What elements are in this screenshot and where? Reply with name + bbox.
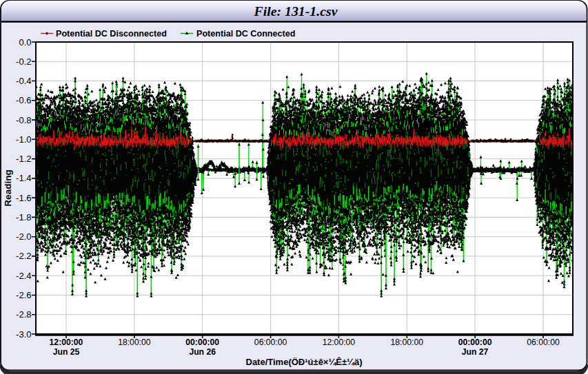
svg-text:Reading: Reading [3,169,13,206]
svg-text:-1.2: -1.2 [16,154,31,164]
svg-text:00:00:00: 00:00:00 [185,337,219,347]
svg-text:Potential DC Connected: Potential DC Connected [196,29,295,39]
svg-text:-1.0: -1.0 [16,134,31,145]
svg-text:06:00:00: 06:00:00 [527,337,560,347]
svg-text:-2.6: -2.6 [16,290,31,300]
svg-text:-1.4: -1.4 [16,173,31,183]
svg-text:Jun 26: Jun 26 [189,347,216,357]
svg-text:-3.0: -3.0 [16,329,31,340]
svg-text:18:00:00: 18:00:00 [118,337,151,347]
svg-text:06:00:00: 06:00:00 [254,337,287,347]
svg-text:File: 131-1.csv: File: 131-1.csv [254,3,338,19]
svg-text:-1.6: -1.6 [16,193,31,203]
svg-text:Potential DC Disconnected: Potential DC Disconnected [56,29,167,39]
svg-text:-1.8: -1.8 [16,212,31,222]
svg-text:-0.6: -0.6 [16,95,31,105]
svg-text:18:00:00: 18:00:00 [391,337,424,347]
svg-text:12:00:00: 12:00:00 [50,337,83,347]
svg-text:-0.2: -0.2 [16,56,31,67]
svg-text:Jun 27: Jun 27 [462,347,489,357]
svg-text:12:00:00: 12:00:00 [323,337,356,347]
svg-text:-2.8: -2.8 [16,309,31,320]
svg-text:Jun 25: Jun 25 [53,347,80,357]
svg-text:-0.4: -0.4 [16,76,31,86]
svg-text:-2.0: -2.0 [16,231,31,242]
svg-text:Date/Time(ÖÐ¹ú±ê×¼Ê±¼ä): Date/Time(ÖÐ¹ú±ê×¼Ê±¼ä) [246,357,363,367]
svg-text:0.0: 0.0 [19,37,31,48]
svg-text:00:00:00: 00:00:00 [458,337,492,347]
svg-text:-0.8: -0.8 [16,115,31,125]
svg-text:-2.4: -2.4 [16,271,31,281]
svg-text:-2.2: -2.2 [16,251,31,261]
